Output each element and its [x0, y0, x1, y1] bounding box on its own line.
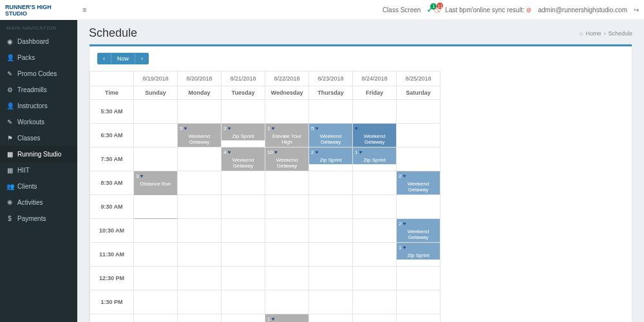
time-slot[interactable]: 5 ♥Weekend Getaway — [309, 124, 353, 147]
calendar-event[interactable]: 5 ♥Weekend Getaway — [309, 124, 352, 147]
time-slot[interactable] — [222, 243, 265, 267]
prev-button[interactable]: ‹ — [97, 53, 111, 64]
time-slot[interactable] — [353, 314, 397, 323]
time-slot[interactable] — [178, 290, 222, 314]
time-slot[interactable] — [178, 100, 222, 124]
time-slot[interactable] — [134, 195, 178, 219]
time-slot[interactable] — [178, 171, 222, 195]
sidebar-item-packs[interactable]: 👤Packs — [0, 50, 77, 66]
time-slot[interactable] — [265, 219, 309, 243]
time-slot[interactable] — [353, 243, 397, 267]
time-slot[interactable] — [353, 100, 397, 124]
time-slot[interactable] — [222, 100, 265, 124]
calendar-event[interactable]: ♥Weekend Getaway — [353, 124, 396, 147]
time-slot[interactable] — [353, 219, 397, 243]
sidebar-item-treadmills[interactable]: ⚙Treadmills — [0, 82, 77, 98]
time-slot[interactable] — [309, 171, 353, 195]
time-slot[interactable] — [178, 314, 222, 323]
sidebar-item-payments[interactable]: $Payments — [0, 211, 77, 227]
time-slot[interactable] — [353, 171, 397, 195]
time-slot[interactable] — [222, 219, 265, 243]
time-slot[interactable] — [222, 171, 265, 195]
time-slot[interactable] — [222, 290, 265, 314]
calendar-event[interactable]: 3 ♥Weekend Getaway — [178, 124, 221, 147]
time-slot[interactable] — [178, 195, 222, 219]
calendar-event[interactable]: 2 ♥Weekend Getaway — [397, 171, 440, 194]
calendar-event[interactable]: 10 ♥Weekend Getaway — [265, 147, 308, 171]
time-slot[interactable] — [397, 147, 440, 171]
time-slot[interactable] — [353, 195, 397, 219]
sidebar-item-activities[interactable]: ❋Activities — [0, 194, 77, 211]
time-slot[interactable] — [397, 195, 440, 219]
time-slot[interactable] — [134, 124, 178, 147]
time-slot[interactable] — [265, 171, 309, 195]
time-slot[interactable] — [309, 243, 353, 267]
time-slot[interactable]: 10 ♥Weekend Getaway — [265, 147, 309, 171]
time-slot[interactable] — [309, 314, 353, 323]
sidebar-item-classes[interactable]: ⚑Classes — [0, 130, 77, 146]
time-slot[interactable] — [265, 243, 309, 267]
calendar-event[interactable]: 1 ♥Zip Sprint — [397, 243, 440, 260]
calendar-event[interactable]: 2 ♥Zip Sprint — [222, 124, 265, 140]
time-slot[interactable]: 3 ♥Weekend Getaway — [178, 124, 222, 147]
time-slot[interactable] — [309, 195, 353, 219]
time-slot[interactable]: ♥Weekend Getaway — [353, 124, 397, 147]
logout-icon[interactable]: ↪ — [634, 6, 639, 14]
time-slot[interactable]: 4 ♥Weekend Getaway — [222, 147, 265, 171]
time-slot[interactable] — [178, 219, 222, 243]
now-button[interactable]: Now — [111, 53, 135, 64]
sidebar-item-dashboard[interactable]: ◉Dashboard — [0, 33, 77, 50]
time-slot[interactable] — [309, 100, 353, 124]
calendar-event[interactable]: 2 ♥Zip Sprint — [309, 147, 352, 164]
time-slot[interactable]: 2 ♥Weekend Getaway — [397, 171, 440, 195]
user-email[interactable]: admin@runnershighstudio.com — [538, 6, 627, 14]
time-slot[interactable] — [222, 314, 265, 323]
class-screen-link[interactable]: Class Screen — [383, 6, 421, 14]
time-slot[interactable]: 1 ♥Elevate Your High — [265, 124, 309, 147]
calendar-event[interactable]: 4 ♥Weekend Getaway — [222, 147, 265, 171]
time-slot[interactable] — [134, 243, 178, 267]
calendar-event[interactable]: 1 ♥Zip Sprint — [353, 147, 396, 164]
sidebar-item-hiit[interactable]: ▦HIIT — [0, 162, 77, 178]
time-slot[interactable] — [134, 290, 178, 314]
calendar-event[interactable]: 1 ♥Elevate Your High — [265, 124, 308, 147]
time-slot[interactable] — [397, 100, 440, 124]
time-slot[interactable] — [222, 195, 265, 219]
sidebar-item-running-studio[interactable]: ▦Running Studio — [0, 146, 77, 162]
time-slot[interactable] — [265, 195, 309, 219]
time-slot[interactable] — [134, 267, 178, 290]
time-slot[interactable] — [309, 290, 353, 314]
time-slot[interactable] — [178, 267, 222, 290]
time-slot[interactable] — [134, 314, 178, 323]
time-slot[interactable] — [397, 267, 440, 290]
time-slot[interactable] — [397, 314, 440, 323]
sidebar-item-clients[interactable]: 👥Clients — [0, 178, 77, 194]
sidebar-item-workouts[interactable]: ✎Workouts — [0, 114, 77, 130]
time-slot[interactable] — [309, 267, 353, 290]
sidebar-item-instructors[interactable]: 👤Instructors — [0, 98, 77, 114]
time-slot[interactable]: 2 ♥Weekend Getaway — [397, 219, 440, 243]
time-slot[interactable]: 1 ♥Zip Sprint — [353, 147, 397, 171]
time-slot[interactable] — [178, 147, 222, 171]
sidebar-item-promo-codes[interactable]: ✎Promo Codes — [0, 66, 77, 82]
time-slot[interactable] — [222, 267, 265, 290]
time-slot[interactable] — [265, 267, 309, 290]
calendar-event[interactable]: 1 ♥Zip Sprint — [265, 314, 308, 322]
time-slot[interactable] — [265, 100, 309, 124]
time-slot[interactable]: 1 ♥Zip Sprint — [397, 243, 440, 267]
time-slot[interactable] — [178, 243, 222, 267]
check-status-icon[interactable]: ✔1 — [427, 6, 432, 14]
crumb-home[interactable]: Home — [585, 30, 601, 37]
time-slot[interactable] — [265, 290, 309, 314]
time-slot[interactable] — [309, 219, 353, 243]
time-slot[interactable] — [134, 147, 178, 171]
time-slot[interactable] — [397, 290, 440, 314]
time-slot[interactable] — [353, 267, 397, 290]
time-slot[interactable]: 2 ♥Zip Sprint — [309, 147, 353, 171]
time-slot[interactable] — [134, 219, 178, 243]
calendar-event[interactable]: 2 ♥Weekend Getaway — [397, 219, 440, 242]
time-slot[interactable]: 2 ♥Zip Sprint — [222, 124, 265, 147]
menu-toggle-icon[interactable]: ≡ — [82, 6, 91, 14]
next-button[interactable]: › — [135, 53, 149, 64]
time-slot[interactable]: 3 ♥Distance Run — [134, 171, 178, 195]
